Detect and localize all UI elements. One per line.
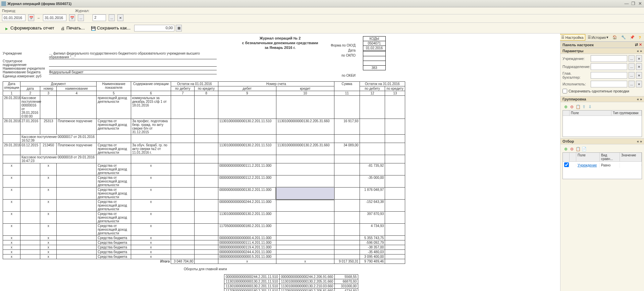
minimize-button[interactable]: — [624, 1, 629, 6]
titlebar: Журнал операций (форма 0504071) — ❐ ✕ [0, 0, 644, 7]
maximize-button[interactable]: ❐ [631, 1, 636, 6]
journal-label: Журнал: [75, 9, 90, 13]
param-org-clear[interactable]: ✕ [636, 55, 642, 62]
filter-tool2-icon[interactable]: 📄 [581, 146, 587, 152]
right-toolbar-strip: ☰ Настройка ☰ История ▾ 🏠 🔧 📌 ? Панель н… [560, 33, 644, 291]
params-collapse-icon[interactable]: « » [637, 49, 642, 53]
filter-collapse-icon[interactable]: « » [637, 139, 642, 143]
date-to-input[interactable]: 31.01.2016 [43, 14, 66, 21]
app-icon [1, 1, 6, 6]
form-report-button[interactable]: Сформировать отчет [2, 24, 57, 32]
period-select-button[interactable]: ... [78, 14, 84, 21]
period-label: Период: [2, 9, 16, 13]
group-up-icon[interactable]: ⇧ [581, 104, 587, 110]
journal-select-button[interactable]: ... [109, 14, 115, 21]
journal-clear-button[interactable]: ✕ [117, 14, 123, 21]
period-inputs: 01.01.2016 📅 – 31.01.2016 📅 ... 2 ... ✕ [0, 14, 644, 23]
sum-expand-button[interactable]: ▦ [176, 25, 182, 31]
settings-toggle[interactable]: ☰ Настройка [559, 34, 585, 41]
param-org-select[interactable]: ... [629, 55, 635, 62]
play-icon [4, 26, 9, 30]
filter-grid[interactable]: ПолеВид сравн...Значение Учреждение Равн… [562, 152, 642, 179]
sub-label: Структурное подразделение [3, 59, 46, 67]
book-title: Обороты для главной книги [184, 267, 557, 271]
param-acc-input[interactable] [591, 72, 627, 79]
filter-add-icon[interactable]: ⊕ [563, 146, 569, 152]
date-from-picker[interactable]: 📅 [28, 14, 34, 21]
action-toolbar: Сформировать отчет Печать... Сохранить к… [0, 23, 644, 33]
panel-close-button[interactable]: ✕ [639, 43, 642, 47]
toolbar-icon-1[interactable]: 🏠 [611, 34, 619, 41]
org-value: … филиал федерального государственного б… [49, 52, 217, 59]
params-section-title: Параметры [562, 49, 583, 53]
panel-collapse-icon[interactable]: ⇄ [635, 43, 638, 47]
org-label: Учреждение [3, 52, 46, 59]
toolbar-icon-2[interactable]: 🔧 [620, 34, 628, 41]
param-org-input[interactable] [591, 55, 627, 62]
group-grid[interactable]: ПолеТип группировки [562, 110, 642, 137]
filter-tool-icon[interactable]: 📋 [575, 146, 581, 152]
report-area[interactable]: Журнал операций № 2 с безналичными денеж… [0, 33, 560, 291]
codes-box: КОДЫ 0504071 01.02.2016 383 [363, 36, 386, 70]
close-button[interactable]: ✕ [637, 1, 643, 6]
param-exec-input[interactable] [591, 81, 627, 87]
group-add-icon[interactable]: ⊕ [563, 104, 569, 110]
group-section-title: Группировка [562, 97, 586, 101]
printer-icon [60, 26, 65, 30]
report-title-1: Журнал операций № 2 [3, 36, 557, 40]
save-as-button[interactable]: Сохранить как... [89, 24, 133, 32]
group-del-icon[interactable]: ⊖ [569, 104, 575, 110]
code-labels: Форма по ОКУД Дата по ОКПО по ОКЕИ [331, 43, 356, 78]
save-icon [91, 26, 96, 30]
unit-label: Единица измерения: руб [3, 74, 46, 78]
book-table: 00000000000000244.2.201.11.5100000000000… [224, 274, 358, 291]
help-button[interactable]: ? [637, 34, 643, 41]
filter-del-icon[interactable]: ⊖ [569, 146, 575, 152]
journal-input[interactable]: 2 [93, 14, 106, 21]
date-from-input[interactable]: 01.01.2016 [2, 14, 25, 21]
history-dropdown[interactable]: ☰ История ▾ [586, 34, 610, 41]
report-title-2: с безналичными денежными средствами [3, 41, 557, 45]
group-down-icon[interactable]: ⇩ [587, 104, 593, 110]
main-table[interactable]: Дата операции Документ Наименование пока… [3, 81, 405, 264]
founder-label: Наименование учредителя [3, 67, 46, 70]
filter-row-checkbox[interactable] [564, 162, 569, 167]
toolbar-icon-3[interactable]: 📌 [628, 34, 636, 41]
collapse-checkbox[interactable] [562, 89, 567, 93]
param-sub-input[interactable] [591, 63, 627, 70]
group-collapse-icon[interactable]: « » [637, 97, 642, 101]
filter-field-link[interactable]: Учреждение [576, 163, 600, 168]
window-title: Журнал операций (форма 0504071) [7, 2, 624, 6]
sum-display: 0,00 [134, 25, 174, 31]
period-toolbar: Период: Журнал: [0, 7, 644, 14]
print-button[interactable]: Печать... [58, 24, 87, 32]
date-to-picker[interactable]: 📅 [69, 14, 75, 21]
settings-panel-title: Панель настроек [562, 43, 594, 47]
filter-section-title: Отбор [562, 139, 574, 143]
report-title-3: за Январь 2016 г. [3, 46, 557, 50]
group-copy-icon[interactable]: 📋 [575, 104, 581, 110]
budget-label: Наименование бюджета [3, 70, 46, 74]
